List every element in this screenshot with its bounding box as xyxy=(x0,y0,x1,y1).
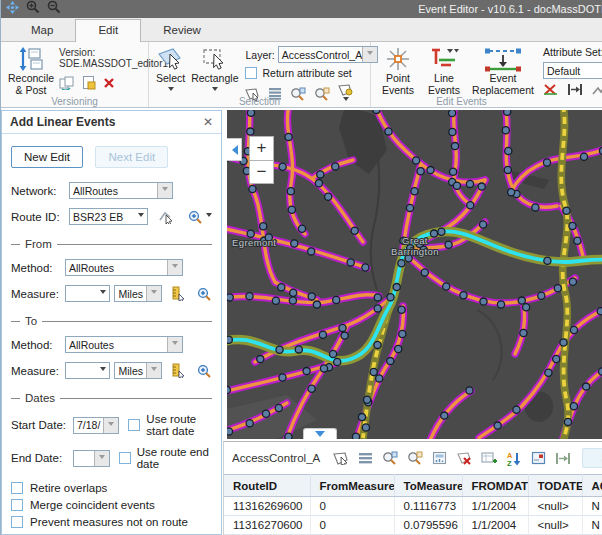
group-edit-events: Point Events Line Events Event Replaceme… xyxy=(371,42,602,107)
route-zoom-caret[interactable] xyxy=(206,213,212,220)
from-measure-label: Measure: xyxy=(11,288,65,300)
select-dropdown-caret[interactable] xyxy=(168,87,174,94)
table-cell: 11316270600 xyxy=(224,516,310,535)
network-dropdown-button[interactable] xyxy=(157,183,172,198)
table-cell: <null> xyxy=(528,516,582,535)
statistics-icon[interactable] xyxy=(432,451,447,465)
from-units-dropdown-button[interactable] xyxy=(146,286,161,301)
end-date-picker[interactable] xyxy=(73,450,110,467)
from-method-combobox[interactable]: AllRoutes xyxy=(65,259,183,276)
move-events-icon[interactable] xyxy=(555,452,571,465)
rectangle-select-icon xyxy=(201,46,229,72)
sort-icon[interactable]: AZ xyxy=(506,451,522,466)
rectangle-button[interactable]: Rectangle xyxy=(188,45,241,95)
option-checkbox[interactable] xyxy=(11,482,23,494)
line-events-icon xyxy=(429,46,459,72)
select-features-icon[interactable] xyxy=(333,451,349,465)
map-zoom-in-button[interactable]: + xyxy=(249,136,274,160)
return-attribute-set-checkbox[interactable] xyxy=(245,67,257,79)
reconcile-post-button[interactable]: Reconcile & Post xyxy=(5,45,57,97)
to-method-combobox[interactable]: AllRoutes xyxy=(65,336,183,353)
close-panel-icon[interactable]: ✕ xyxy=(203,115,213,129)
from-method-dropdown-button[interactable] xyxy=(167,260,182,275)
table-row[interactable]: 1131626960000.11167731/1/2004<null>N xyxy=(224,497,602,516)
pan-icon[interactable] xyxy=(6,0,19,18)
event-replacement-button[interactable]: Event Replacement xyxy=(467,45,539,97)
to-method-dropdown-button[interactable] xyxy=(167,337,182,352)
to-measure-picker-icon[interactable] xyxy=(171,363,185,378)
zoom-in-icon[interactable] xyxy=(26,0,40,18)
delete-version-icon[interactable] xyxy=(103,77,115,89)
column-header[interactable]: FROMDATE xyxy=(462,475,528,497)
zoom-to-selection-icon[interactable] xyxy=(382,451,398,465)
to-zoom-icon[interactable] xyxy=(197,364,212,378)
option-checkbox[interactable] xyxy=(11,499,23,511)
line-events-button[interactable]: Line Events xyxy=(421,45,467,97)
collapse-down-icon xyxy=(315,431,325,439)
save-button[interactable]: S xyxy=(582,448,602,468)
add-record-icon[interactable] xyxy=(481,451,497,465)
from-zoom-icon[interactable] xyxy=(197,287,212,301)
from-measure-caret[interactable] xyxy=(100,290,106,297)
start-date-label: Start Date: xyxy=(11,419,73,431)
from-measure-combobox[interactable] xyxy=(65,285,110,302)
refresh-version-icon[interactable] xyxy=(59,75,75,90)
end-date-label: End Date: xyxy=(11,452,73,464)
map-canvas[interactable]: EgremontGreatBarrington xyxy=(227,110,602,439)
show-attributes-icon[interactable] xyxy=(531,451,546,465)
collapse-table-handle[interactable] xyxy=(303,428,337,439)
table-row[interactable]: 1131627060000.07955961/1/2004<null>N xyxy=(224,516,602,535)
route-id-dropdown-caret[interactable] xyxy=(138,213,144,220)
pan-to-selection-icon[interactable] xyxy=(407,451,423,465)
point-events-icon xyxy=(385,46,411,72)
option-row: Prevent measures not on route xyxy=(11,516,212,528)
tab-review[interactable]: Review xyxy=(141,20,223,41)
collapse-panel-handle[interactable] xyxy=(227,138,242,161)
start-date-dropdown-button[interactable] xyxy=(103,418,118,433)
end-date-dropdown-button[interactable] xyxy=(94,451,109,466)
route-id-combobox[interactable]: BSR23 EB xyxy=(69,208,148,225)
use-route-start-date-checkbox[interactable] xyxy=(128,419,140,431)
to-units-combobox[interactable]: Miles xyxy=(114,362,162,379)
to-measure-label: Measure: xyxy=(11,365,65,377)
column-header[interactable]: RouteID xyxy=(224,475,310,497)
start-date-picker[interactable]: 7/18/ xyxy=(73,417,119,434)
option-checkbox[interactable] xyxy=(11,516,23,528)
use-route-end-date-checkbox[interactable] xyxy=(119,452,131,464)
tab-map[interactable]: Map xyxy=(9,20,75,41)
map-zoom-out-button[interactable]: − xyxy=(249,160,274,184)
select-button[interactable]: Select xyxy=(153,45,188,95)
network-combobox[interactable]: AllRoutes xyxy=(69,182,173,199)
translate-event-icon[interactable] xyxy=(567,83,583,96)
split-event-icon[interactable] xyxy=(543,83,558,96)
rectangle-dropdown-caret[interactable] xyxy=(212,87,218,94)
create-version-icon[interactable] xyxy=(82,75,96,90)
collapse-left-icon xyxy=(227,145,238,155)
next-edit-button[interactable]: Next Edit xyxy=(95,146,168,168)
to-units-dropdown-button[interactable] xyxy=(146,363,161,378)
table-layer-tab[interactable]: AccessControl_A xyxy=(232,452,320,464)
from-units-combobox[interactable]: Miles xyxy=(114,285,162,302)
column-header[interactable]: TODATE xyxy=(528,475,582,497)
new-edit-button[interactable]: New Edit xyxy=(11,146,83,168)
tab-edit[interactable]: Edit xyxy=(75,19,141,42)
attribute-set-label: Attribute Set: xyxy=(543,46,602,58)
show-selected-records-icon[interactable] xyxy=(358,452,373,465)
clear-selection-icon[interactable] xyxy=(456,451,472,465)
snap-event-icon[interactable] xyxy=(592,83,602,96)
route-zoom-button[interactable] xyxy=(188,210,212,224)
to-measure-combobox[interactable] xyxy=(65,362,110,379)
column-header[interactable]: AC xyxy=(582,475,602,497)
point-events-button[interactable]: Point Events xyxy=(375,45,421,97)
column-header[interactable]: FromMeasure xyxy=(310,475,394,497)
select-route-on-map-icon[interactable] xyxy=(158,209,174,224)
table-cell: N xyxy=(582,516,602,535)
from-measure-picker-icon[interactable] xyxy=(171,286,185,301)
column-header[interactable]: ToMeasure xyxy=(394,475,462,497)
window-title: Event Editor - v10.6.1 - docMassDOTI xyxy=(418,3,602,15)
layer-combobox[interactable]: AccessControl_A xyxy=(278,46,378,63)
to-measure-caret[interactable] xyxy=(100,367,106,374)
zoom-out-icon[interactable] xyxy=(47,0,61,18)
attribute-set-combobox[interactable]: Default xyxy=(543,62,602,79)
option-label: Prevent measures not on route xyxy=(30,516,188,528)
